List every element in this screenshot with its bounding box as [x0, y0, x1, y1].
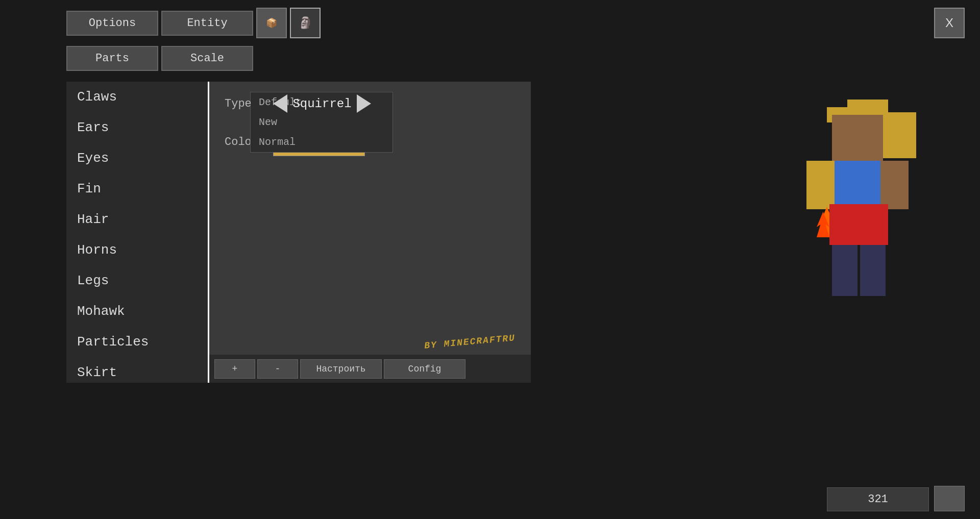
watermark: BY MINECRAFTRU [424, 333, 516, 351]
list-item-claws[interactable]: Claws [66, 82, 208, 112]
list-item-horns[interactable]: Horns [66, 235, 208, 265]
options-tab[interactable]: Options [66, 11, 158, 36]
type-prev-arrow[interactable] [273, 94, 287, 113]
sidebar-list: Claws Ears Eyes Fin Hair Horns Legs Moha… [66, 82, 209, 383]
dropdown-normal[interactable]: Normal [251, 132, 393, 152]
entity-tab[interactable]: Entity [161, 11, 253, 36]
type-label: Type [225, 97, 265, 110]
type-next-arrow[interactable] [357, 94, 371, 113]
scale-tab[interactable]: Scale [161, 46, 253, 71]
list-item-particles[interactable]: Particles [66, 327, 208, 357]
head-icon: 🗿 [299, 16, 312, 30]
panel-toolbar: + - Настроить Config [209, 355, 531, 383]
list-item-ears[interactable]: Ears [66, 112, 208, 143]
add-button[interactable]: + [214, 359, 255, 379]
list-item-legs[interactable]: Legs [66, 265, 208, 296]
char-left-leg [832, 245, 857, 296]
char-skirt [829, 204, 888, 245]
remove-button[interactable]: - [257, 359, 298, 379]
list-item-skirt[interactable]: Skirt [66, 357, 208, 383]
close-button[interactable]: X [934, 8, 965, 38]
dropdown-new[interactable]: New [251, 112, 393, 132]
configure-button[interactable]: Настроить [300, 359, 382, 379]
list-item-mohawk[interactable]: Mohawk [66, 296, 208, 327]
second-bar: Parts Scale [66, 46, 253, 71]
parts-tab[interactable]: Parts [66, 46, 158, 71]
list-item-eyes[interactable]: Eyes [66, 143, 208, 174]
counter-display: 321 [827, 487, 929, 511]
character-preview [791, 115, 934, 319]
char-right-leg [860, 245, 886, 296]
right-panel: Default New Normal Type Squirrel Color B… [209, 82, 531, 383]
char-right-arm [880, 161, 909, 209]
block-icon-btn[interactable]: 📦 [256, 8, 287, 38]
list-item-fin[interactable]: Fin [66, 174, 208, 204]
slider-track[interactable] [934, 486, 965, 511]
char-left-arm [806, 161, 835, 209]
main-container: Claws Ears Eyes Fin Hair Horns Legs Moha… [66, 82, 531, 383]
char-head [832, 115, 883, 161]
config-button[interactable]: Config [384, 359, 465, 379]
type-selector: Squirrel [273, 94, 516, 113]
type-value: Squirrel [291, 97, 353, 111]
block-icon: 📦 [266, 17, 277, 29]
preview-area [761, 82, 965, 352]
top-bar: Options Entity 📦 🗿 [66, 8, 321, 38]
type-row: Default New Normal Type Squirrel [209, 82, 531, 120]
head-icon-btn[interactable]: 🗿 [290, 8, 321, 38]
list-item-hair[interactable]: Hair [66, 204, 208, 235]
